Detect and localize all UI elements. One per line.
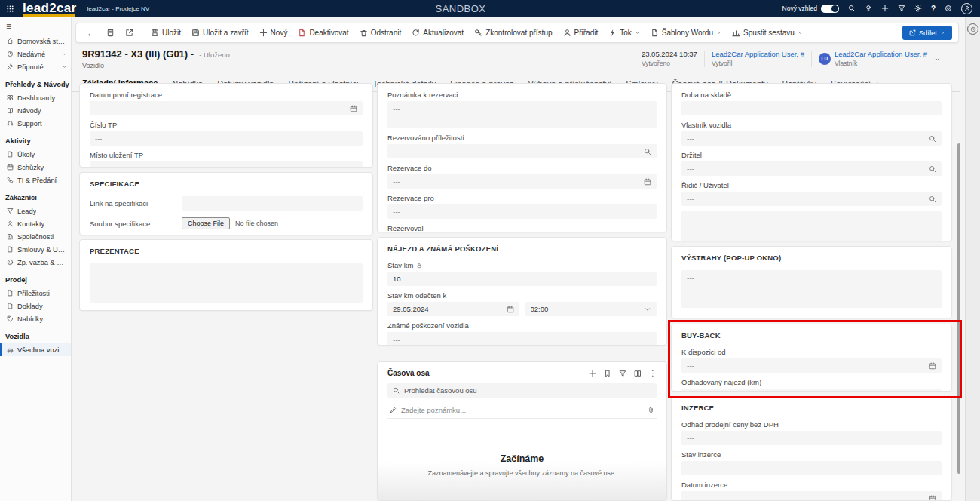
sidebar-item-zpvazba-css[interactable]: Zp. vazba & CSS — [0, 256, 71, 269]
sidebar-item-vsechna-vozidla[interactable]: Všechna vozidla — [0, 343, 71, 356]
refresh-button[interactable]: Aktualizovat — [407, 25, 468, 41]
owner-avatar[interactable]: LU — [819, 53, 831, 65]
odhadovany-najezd-input[interactable] — [681, 389, 942, 392]
stav-km-odecten-time-input[interactable]: 02:00 — [525, 302, 657, 316]
sidebar-item-doklady[interactable]: Doklady — [0, 300, 71, 312]
sidebar-item-spolecnosti[interactable]: Společnosti — [0, 230, 71, 243]
toggle-switch[interactable] — [821, 5, 839, 13]
ridic-uzivatel-lookup[interactable]: --- — [681, 192, 942, 206]
calendar-icon[interactable] — [507, 306, 514, 313]
header-expand-chevron-icon[interactable] — [934, 52, 941, 66]
rezervace-pro-input[interactable]: --- — [387, 204, 657, 219]
filter-icon[interactable] — [619, 370, 626, 377]
vlastnici-note-textarea[interactable]: --- — [681, 211, 942, 241]
sidebar-item-smlouvy-udalosti[interactable]: Smlouvy & Události — [0, 243, 71, 256]
search-icon[interactable] — [848, 5, 856, 12]
user-avatar[interactable] — [961, 3, 972, 14]
sidebar-item-prilezitosti[interactable]: Příležitosti — [0, 287, 71, 300]
search-icon[interactable] — [929, 195, 936, 203]
check-access-button[interactable]: Zkontrolovat přístup — [470, 25, 556, 41]
assign-button[interactable]: Přiřadit — [559, 25, 603, 41]
stav-km-odecten-date-input[interactable]: 29.05.2024 — [387, 302, 519, 316]
vlastnik-vozidla-lookup[interactable]: --- — [681, 131, 942, 146]
sidebar-item-dashboardy[interactable]: Dashboardy — [0, 91, 71, 104]
sidebar-item-kontakty[interactable]: Kontakty — [0, 217, 71, 230]
app-logo[interactable]: lead2car — [20, 0, 84, 17]
vystrahy-textarea[interactable]: --- — [681, 270, 942, 308]
lightbulb-icon[interactable] — [865, 5, 872, 12]
sidebar-item-home[interactable]: Domovská stránka — [0, 35, 71, 48]
help-icon[interactable]: ? — [931, 5, 936, 13]
cislo-tp-input[interactable]: --- — [90, 131, 363, 146]
timeline-search-input[interactable]: Prohledat časovou osu — [387, 383, 657, 398]
add-record-icon[interactable] — [589, 370, 596, 377]
card-prezentace: PREZENTACE --- — [79, 239, 373, 311]
drzitel-lookup[interactable]: --- — [681, 161, 942, 176]
sidebar-item-navody[interactable]: Návody — [0, 104, 71, 117]
sidebar-item-leady[interactable]: Leady — [0, 204, 71, 217]
calendar-icon[interactable] — [929, 495, 936, 501]
rezervovano-prilezitosti-lookup[interactable]: --- — [387, 144, 657, 158]
sidebar-item-recent[interactable]: Nedávné — [0, 48, 71, 60]
sidebar-collapse-icon[interactable]: ≡ — [0, 19, 71, 35]
record-set-button[interactable] — [102, 25, 119, 41]
bookmark-icon[interactable] — [604, 370, 611, 377]
datum-inzerce-input[interactable]: --- — [681, 491, 942, 501]
popout-button[interactable] — [121, 25, 138, 41]
odhad-prodejni-ceny-input[interactable]: --- — [681, 431, 942, 445]
delete-button[interactable]: Odstranit — [355, 25, 406, 41]
run-report-button[interactable]: Spustit sestavu — [727, 25, 807, 41]
sidebar-item-pinned[interactable]: Připnuté — [0, 60, 71, 73]
sidebar-item-support[interactable]: Support — [0, 117, 71, 130]
sidebar-item-ukoly[interactable]: Úkoly — [0, 148, 71, 161]
save-close-button[interactable]: Uložit a zavřít — [187, 25, 253, 41]
calendar-icon[interactable] — [929, 362, 936, 370]
misto-ulozeni-tp-input[interactable]: --- — [90, 161, 363, 168]
datum-prvni-registrace-input[interactable]: --- — [90, 101, 363, 115]
app-context-label[interactable]: lead2car - Prodejce NV — [87, 5, 149, 12]
field-odhad-prodejni-ceny: Odhad prodejní ceny bez DPH --- — [681, 420, 942, 445]
quick-create-plus-icon[interactable] — [881, 5, 889, 12]
paperclip-icon[interactable] — [648, 407, 654, 413]
calendar-icon[interactable] — [350, 105, 357, 112]
stav-km-input[interactable]: 10 — [387, 272, 657, 286]
rezervace-do-input[interactable]: --- — [387, 174, 657, 189]
calendar-icon[interactable] — [644, 178, 651, 186]
k-dispozici-od-input[interactable]: --- — [681, 358, 942, 373]
app-launcher-waffle-icon[interactable] — [0, 5, 20, 13]
new-look-toggle[interactable]: Nový vzhled — [782, 5, 839, 13]
deactivate-button[interactable]: Deaktivovat — [293, 25, 353, 41]
sidebar-item-schuzky[interactable]: Schůzky — [0, 161, 71, 174]
vertical-scrollbar-thumb[interactable] — [957, 143, 960, 474]
side-pane-history-icon[interactable] — [967, 23, 978, 35]
doba-na-sklade-input[interactable]: --- — [681, 101, 942, 115]
zname-poskozeni-textarea[interactable]: --- — [387, 332, 657, 346]
save-button[interactable]: Uložit — [146, 25, 185, 41]
search-icon[interactable] — [644, 148, 651, 155]
timeline-note-input[interactable]: Zadejte poznámku... — [387, 402, 657, 419]
flow-button[interactable]: Tok — [604, 25, 645, 41]
word-templates-button[interactable]: Šablony Wordu — [646, 25, 726, 41]
created-by-link[interactable]: Lead2Car Application User, # — [712, 50, 804, 58]
chevron-down-icon[interactable] — [644, 306, 651, 313]
filter-icon[interactable] — [898, 5, 905, 12]
poznamka-k-rezervaci-textarea[interactable]: --- — [387, 101, 657, 128]
share-button[interactable]: Sdílet — [902, 26, 952, 40]
feedback-icon[interactable] — [945, 5, 952, 12]
search-icon[interactable] — [929, 135, 936, 143]
card-vlastnici: Doba na skladě --- Vlastník vozidla --- … — [671, 83, 952, 241]
stav-inzerce-input[interactable]: --- — [681, 461, 942, 475]
sidebar-item-nabidky[interactable]: Nabídky — [0, 312, 71, 325]
top-app-bar: lead2car lead2car - Prodejce NV SANDBOX … — [0, 0, 980, 17]
expand-columns-icon[interactable] — [634, 370, 642, 377]
prezentace-textarea[interactable]: --- — [90, 263, 363, 303]
search-icon[interactable] — [929, 165, 936, 173]
back-button[interactable]: ← — [82, 25, 100, 41]
new-button[interactable]: Nový — [255, 25, 292, 41]
sidebar-item-ti-predani[interactable]: TI & Předání — [0, 174, 71, 186]
more-commands-icon[interactable]: ⋮ — [649, 369, 657, 377]
settings-gear-icon[interactable] — [914, 5, 922, 12]
link-na-specifikaci-input[interactable]: --- — [182, 196, 363, 211]
choose-file-button[interactable]: Choose File — [182, 217, 230, 229]
owner-link[interactable]: Lead2Car Application User, # — [835, 50, 927, 58]
